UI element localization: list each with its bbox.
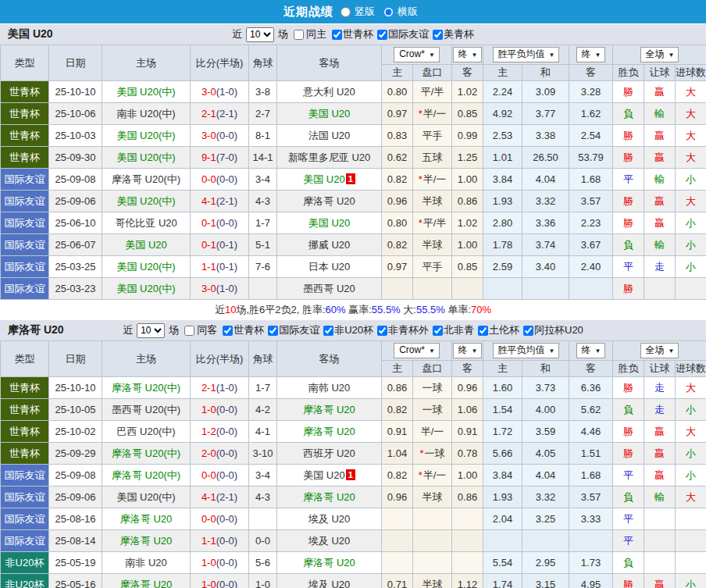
away-team-link[interactable]: 西班牙 U20 [303, 447, 355, 459]
col-header-avg-draw: 和 [522, 65, 569, 81]
league-checkbox[interactable] [377, 30, 387, 40]
league-checkbox[interactable] [523, 326, 533, 336]
home-team-link[interactable]: 美国 U20(中) [116, 283, 175, 294]
home-team-link[interactable]: 巴西 U20(中) [116, 426, 175, 437]
recent-count-select[interactable]: 10 [246, 27, 274, 42]
away-team-cell: 摩洛哥 U20 [277, 552, 382, 574]
away-team-link[interactable]: 墨西哥 U20 [303, 283, 355, 294]
away-team-link[interactable]: 摩洛哥 U20 [303, 557, 355, 568]
goals-result-cell: 小 [676, 574, 706, 588]
match-type-cell: 国际友谊 [1, 486, 49, 508]
avg-home-cell [483, 278, 522, 300]
handicap-result-cell: 贏 [644, 443, 676, 465]
final-odds-dropdown[interactable]: 终 [453, 47, 483, 62]
away-team-link[interactable]: 南韩 U20 [308, 382, 350, 394]
home-team-link[interactable]: 美国 U20(中) [116, 261, 175, 273]
league-label: 阿拉杯U20 [534, 324, 583, 336]
odds-company-dropdown[interactable]: Crow* [394, 47, 440, 62]
away-team-link[interactable]: 法国 U20 [308, 130, 350, 141]
handicap-cell: *一球 [413, 443, 452, 465]
away-team-link[interactable]: 美国 U20 [308, 217, 350, 229]
odds-away-cell: 0.86 [452, 191, 483, 212]
final-avg-dropdown[interactable]: 终 [576, 47, 606, 62]
scope-dropdown[interactable]: 全场 [640, 47, 679, 62]
away-team-link[interactable]: 埃及 U20 [308, 535, 350, 547]
home-team-link[interactable]: 摩洛哥 U20(中) [112, 382, 180, 394]
odds-away-cell: 0.99 [452, 125, 483, 147]
layout-radio-horizontal-label[interactable]: 横版 [398, 5, 418, 19]
layout-radio-horizontal[interactable] [383, 7, 394, 17]
league-checkbox[interactable] [223, 326, 233, 336]
fulltime-score: 4-1 [201, 195, 216, 207]
avg-away-cell: 3.33 [569, 508, 613, 530]
league-checkbox[interactable] [268, 326, 278, 336]
away-team-link[interactable]: 日本 U20 [308, 261, 350, 273]
home-team-link[interactable]: 摩洛哥 U20 [120, 535, 172, 547]
away-team-link[interactable]: 摩洛哥 U20 [303, 426, 355, 437]
home-team-cell: 美国 U20(中) [102, 147, 191, 169]
home-team-link[interactable]: 美国 U20(中) [116, 195, 175, 207]
halftime-score: (0-0) [216, 404, 237, 415]
league-checkbox[interactable] [478, 326, 488, 336]
layout-radio-vertical-label[interactable]: 竖版 [355, 5, 375, 19]
away-team-link[interactable]: 摩洛哥 U20 [303, 404, 355, 415]
home-team-link[interactable]: 美国 U20(中) [116, 86, 175, 98]
col-header-handicap: 盘口 [413, 65, 452, 81]
league-checkbox[interactable] [332, 30, 342, 40]
handicap-label: 半/一 [423, 108, 447, 119]
league-checkbox[interactable] [377, 326, 387, 336]
avg-odds-dropdown[interactable]: 胜平负均值 [493, 47, 560, 62]
home-team-link[interactable]: 南非 U20(中) [116, 108, 175, 119]
away-team-link[interactable]: 摩洛哥 U20 [303, 491, 355, 503]
avg-home-cell: 1.60 [483, 377, 522, 399]
away-team-link[interactable]: 埃及 U20 [308, 579, 350, 588]
league-checkbox[interactable] [323, 326, 333, 336]
same-venue-label: 同客 [197, 323, 217, 337]
score-cell: 4-1(2-1) [191, 191, 249, 212]
scope-dropdown[interactable]: 全场 [640, 343, 679, 358]
home-team-link[interactable]: 美国 U20 [125, 239, 166, 251]
avg-draw-cell: 3.40 [522, 256, 569, 278]
home-team-link[interactable]: 摩洛哥 U20(中) [112, 469, 180, 481]
date-cell: 25-10-10 [49, 377, 102, 399]
matches-label: 场 [169, 323, 179, 337]
avg-draw-cell: 4.04 [522, 169, 569, 191]
same-venue-checkbox[interactable] [184, 326, 194, 336]
away-team-link[interactable]: 意大利 U20 [303, 86, 355, 98]
score-cell: 0-0(0-0) [191, 465, 249, 486]
home-team-link[interactable]: 美国 U20(中) [116, 130, 175, 141]
home-team-link[interactable]: 美国 U20(中) [116, 491, 175, 503]
home-team-link[interactable]: 南非 U20 [125, 557, 166, 568]
odds-home-cell: 0.80 [382, 81, 413, 103]
away-team-link[interactable]: 美国 U20 [303, 469, 344, 481]
home-team-link[interactable]: 摩洛哥 U20(中) [112, 173, 180, 185]
home-team-link[interactable]: 摩洛哥 U20 [120, 579, 172, 588]
away-team-link[interactable]: 摩洛哥 U20 [303, 195, 355, 207]
home-team-link[interactable]: 摩洛哥 U20(中) [112, 447, 180, 459]
handicap-cell: 五球 [413, 147, 452, 169]
away-team-link[interactable]: 美国 U20 [303, 173, 344, 185]
avg-odds-dropdown[interactable]: 胜平负均值 [493, 343, 560, 358]
away-team-link[interactable]: 美国 U20 [308, 108, 350, 119]
same-venue-checkbox[interactable] [294, 30, 304, 40]
league-checkbox[interactable] [433, 326, 443, 336]
final-odds-dropdown[interactable]: 终 [453, 343, 483, 358]
home-team-link[interactable]: 美国 U20(中) [116, 151, 175, 163]
match-type-cell: 国际友谊 [1, 278, 49, 300]
match-type-cell: 世青杯 [1, 81, 49, 103]
away-team-link[interactable]: 挪威 U20 [308, 239, 350, 251]
summary-segment: 55.5% [372, 304, 401, 315]
section-team-title: 美国 U20 [8, 27, 53, 41]
league-checkbox[interactable] [433, 30, 443, 40]
fulltime-score: 1-2 [201, 426, 216, 437]
recent-count-select[interactable]: 10 [137, 323, 165, 338]
away-team-link[interactable]: 埃及 U20 [308, 513, 350, 525]
away-team-link[interactable]: 新喀里多尼亚 U20 [288, 151, 370, 163]
home-team-link[interactable]: 墨西哥 U20(中) [112, 404, 180, 415]
home-team-link[interactable]: 摩洛哥 U20 [120, 513, 172, 525]
layout-radio-vertical[interactable] [341, 7, 351, 17]
final-avg-dropdown[interactable]: 终 [576, 343, 606, 358]
result-cell: 平 [613, 256, 644, 278]
odds-company-dropdown[interactable]: Crow* [394, 343, 440, 358]
home-team-link[interactable]: 哥伦比亚 U20 [115, 217, 176, 229]
